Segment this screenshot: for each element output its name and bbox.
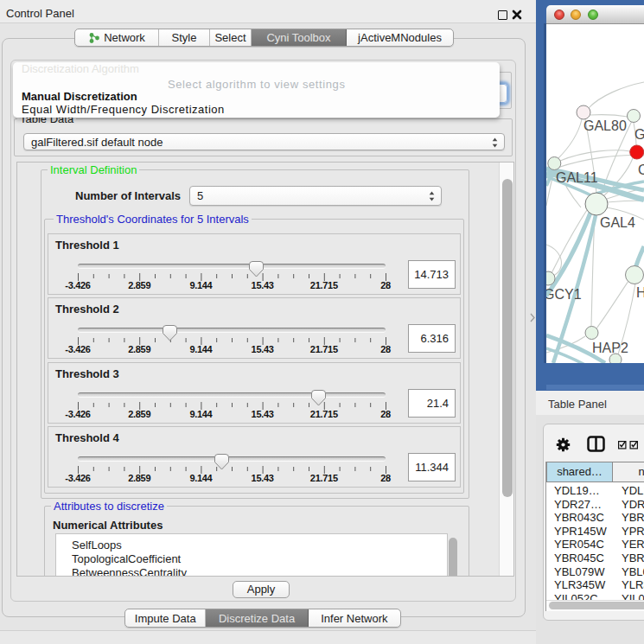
svg-text:GCY1: GCY1	[546, 287, 582, 302]
svg-text:GAL4: GAL4	[600, 215, 635, 230]
svg-text:HIS: HIS	[636, 285, 644, 300]
svg-text:CD: CD	[638, 163, 644, 177]
svg-text:GAL11: GAL11	[556, 170, 598, 185]
svg-text:HAP2: HAP2	[592, 341, 628, 355]
svg-text:GAL7: GAL7	[634, 127, 644, 142]
svg-text:GAL80: GAL80	[583, 118, 627, 133]
